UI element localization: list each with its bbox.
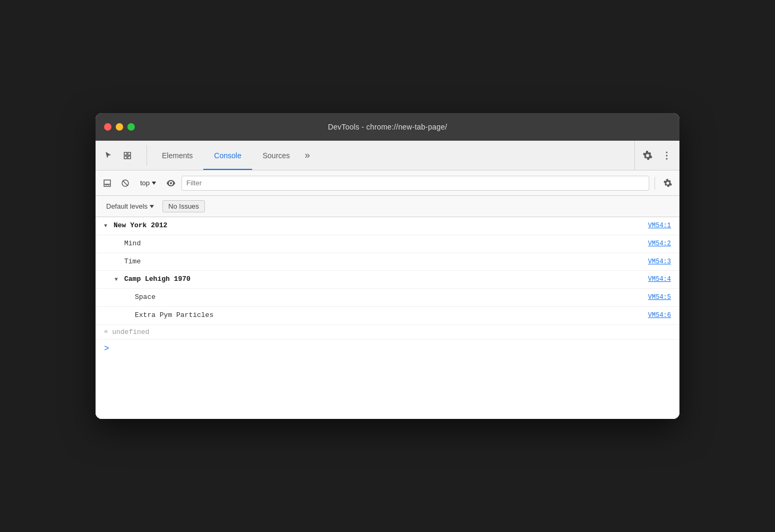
row-link-0[interactable]: VM54:1 (648, 221, 671, 231)
console-toolbar: top (96, 170, 679, 196)
svg-rect-0 (124, 152, 127, 155)
gear-icon (643, 151, 652, 160)
filter-input[interactable] (182, 176, 649, 191)
console-row-0: ▼ New York 2012 VM54:1 (96, 217, 679, 235)
tab-more[interactable]: » (300, 141, 314, 170)
clear-console-button[interactable] (118, 176, 133, 191)
console-content: ▼ New York 2012 VM54:1 Mind VM54:2 (96, 217, 679, 419)
inspect-icon (123, 151, 132, 160)
row-toggle-4 (125, 294, 134, 302)
devtools-window: DevTools - chrome://new-tab-page/ (96, 113, 679, 419)
row-toggle-0[interactable]: ▼ (104, 222, 113, 230)
settings-button[interactable] (639, 147, 656, 164)
close-button[interactable] (104, 123, 111, 131)
traffic-lights (104, 123, 135, 131)
tab-divider (147, 145, 147, 166)
row-link-3[interactable]: VM54:4 (648, 274, 671, 285)
inspect-button[interactable] (119, 147, 136, 164)
console-settings-button[interactable] (660, 176, 675, 191)
tab-console[interactable]: Console (203, 141, 252, 170)
toolbar-divider (655, 177, 655, 190)
tabs: Elements Console Sources » (151, 141, 630, 170)
devtools-panel: Elements Console Sources » (96, 141, 679, 419)
default-levels-button[interactable]: Default levels (102, 201, 158, 212)
cursor-icon (104, 151, 113, 160)
svg-line-10 (123, 181, 128, 186)
ban-icon (122, 179, 129, 187)
row-text-0: New York 2012 (114, 220, 381, 231)
row-link-1[interactable]: VM54:2 (648, 239, 671, 249)
svg-rect-2 (124, 156, 127, 159)
console-prompt: > (96, 340, 679, 358)
svg-rect-7 (104, 180, 110, 186)
chevron-down-icon (152, 182, 156, 185)
minimize-button[interactable] (116, 123, 123, 131)
row-toggle-1 (115, 240, 123, 248)
svg-point-5 (666, 155, 668, 156)
row-link-2[interactable]: VM54:3 (648, 257, 671, 267)
select-element-button[interactable] (100, 147, 117, 164)
tab-bar-right (634, 141, 675, 170)
maximize-button[interactable] (127, 123, 135, 131)
console-toolbar-2: Default levels No Issues (96, 196, 679, 217)
no-issues-button[interactable]: No Issues (162, 200, 205, 212)
console-input[interactable] (114, 345, 671, 353)
row-text-1: Mind (124, 238, 386, 250)
context-selector[interactable]: top (136, 178, 160, 188)
svg-point-6 (666, 158, 668, 159)
eye-icon (167, 180, 175, 186)
row-toggle-2 (115, 258, 123, 267)
prompt-caret: > (104, 344, 109, 354)
drawer-icon (104, 179, 111, 187)
row-link-4[interactable]: VM54:5 (648, 293, 671, 303)
tab-sources[interactable]: Sources (252, 141, 300, 170)
tab-elements[interactable]: Elements (151, 141, 203, 170)
console-row-4: Space VM54:5 (96, 289, 679, 307)
kebab-menu-icon (666, 151, 668, 160)
row-text-2: Time (124, 256, 386, 268)
console-row-2: Time VM54:3 (96, 253, 679, 271)
show-drawer-button[interactable] (100, 176, 115, 191)
row-toggle-5 (125, 312, 134, 320)
svg-point-4 (666, 151, 668, 153)
tab-bar-icons (100, 141, 142, 170)
more-options-button[interactable] (658, 147, 675, 164)
console-row-1: Mind VM54:2 (96, 235, 679, 253)
row-text-5: Extra Pym Particles (135, 310, 391, 321)
title-bar: DevTools - chrome://new-tab-page/ (96, 113, 679, 141)
window-title: DevTools - chrome://new-tab-page/ (328, 123, 447, 131)
live-expressions-button[interactable] (163, 176, 178, 191)
row-text-4: Space (135, 292, 391, 303)
levels-chevron-icon (150, 205, 154, 208)
tab-bar: Elements Console Sources » (96, 141, 679, 170)
row-text-3: Camp Lehigh 1970 (124, 274, 386, 285)
console-row-3: ▼ Camp Lehigh 1970 VM54:4 (96, 271, 679, 289)
row-toggle-3[interactable]: ▼ (115, 276, 123, 284)
svg-rect-3 (128, 156, 131, 159)
undefined-value: undefined (112, 328, 149, 336)
svg-rect-1 (128, 152, 131, 155)
row-link-5[interactable]: VM54:6 (648, 311, 671, 321)
return-arrow: « (104, 328, 108, 336)
console-row-5: Extra Pym Particles VM54:6 (96, 307, 679, 325)
console-gear-icon (664, 179, 672, 187)
console-undefined-row: « undefined (96, 325, 679, 340)
